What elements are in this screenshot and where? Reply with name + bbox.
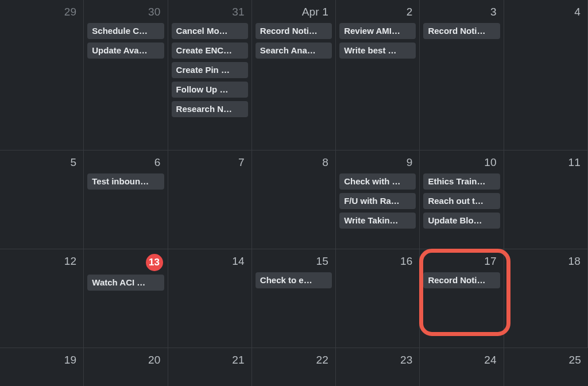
event-list: Schedule C…Update Ava… (87, 23, 164, 59)
calendar-event[interactable]: Write best … (339, 43, 416, 59)
day-number: 6 (87, 154, 164, 172)
day-cell[interactable]: Apr 1Record Noti…Search Ana… (252, 0, 336, 150)
event-list: Ethics Train…Reach out t…Update Blo… (423, 173, 500, 229)
day-cell[interactable]: 8 (252, 150, 336, 249)
today-indicator: 13 (87, 253, 164, 273)
day-cell[interactable]: 17Record Noti… (420, 249, 504, 348)
day-cell[interactable]: 25 (504, 348, 588, 386)
day-cell[interactable]: 24 (420, 348, 504, 386)
day-cell[interactable]: 14 (168, 249, 252, 348)
day-number: 5 (3, 154, 80, 172)
calendar-event[interactable]: Record Noti… (256, 23, 332, 39)
today-badge: 13 (146, 254, 163, 271)
calendar-event[interactable]: Test inboun… (87, 173, 164, 190)
calendar-event[interactable]: Create ENC… (172, 43, 248, 59)
day-cell[interactable]: 11 (504, 150, 588, 249)
calendar-event[interactable]: Check with … (339, 173, 416, 190)
calendar-event[interactable]: Follow Up … (172, 82, 248, 98)
day-cell[interactable]: 29 (0, 0, 84, 150)
day-number: 31 (172, 3, 248, 22)
event-list: Cancel Mo…Create ENC…Create Pin …Follow … (172, 23, 248, 117)
day-number: Apr 1 (256, 3, 332, 22)
day-number: 23 (339, 352, 416, 370)
calendar-event[interactable]: Ethics Train… (423, 173, 500, 190)
day-cell[interactable]: 13Watch ACI … (84, 249, 168, 348)
calendar-event[interactable]: Update Ava… (87, 43, 164, 59)
calendar-event[interactable]: Update Blo… (423, 213, 500, 229)
day-cell[interactable]: 3Record Noti… (420, 0, 504, 150)
day-number: 11 (508, 154, 584, 172)
day-cell[interactable]: 6Test inboun… (84, 150, 168, 249)
day-number: 29 (3, 3, 80, 22)
day-cell[interactable]: 30Schedule C…Update Ava… (84, 0, 168, 150)
calendar-event[interactable]: Search Ana… (256, 43, 332, 59)
calendar-event[interactable]: Create Pin … (172, 62, 248, 78)
day-number: 8 (256, 154, 332, 172)
event-list: Record Noti…Search Ana… (256, 23, 332, 59)
day-cell[interactable]: 23 (336, 348, 420, 386)
day-cell[interactable]: 2Review AMI…Write best … (336, 0, 420, 150)
day-number: 4 (508, 3, 584, 22)
day-cell[interactable]: 7 (168, 150, 252, 249)
calendar-event[interactable]: F/U with Ra… (339, 193, 416, 209)
day-cell[interactable]: 22 (252, 348, 336, 386)
event-list: Record Noti… (423, 272, 500, 288)
day-number: 18 (508, 253, 584, 271)
calendar-event[interactable]: Watch ACI … (87, 275, 164, 291)
day-cell[interactable]: 12 (0, 249, 84, 348)
day-cell[interactable]: 5 (0, 150, 84, 249)
day-number: 9 (339, 154, 416, 172)
day-number: 21 (172, 352, 248, 370)
calendar-grid: 2930Schedule C…Update Ava…31Cancel Mo…Cr… (0, 0, 588, 386)
calendar-event[interactable]: Check to e… (256, 272, 332, 288)
day-number: 14 (172, 253, 248, 271)
day-number: 20 (87, 352, 164, 370)
calendar-event[interactable]: Record Noti… (423, 23, 500, 39)
day-number: 17 (423, 253, 500, 271)
calendar-event[interactable]: Review AMI… (339, 23, 416, 39)
event-list: Check to e… (256, 272, 332, 288)
day-cell[interactable]: 10Ethics Train…Reach out t…Update Blo… (420, 150, 504, 249)
calendar-event[interactable]: Write Takin… (339, 213, 416, 229)
day-number: 2 (339, 3, 416, 22)
event-list: Test inboun… (87, 173, 164, 190)
day-number: 19 (3, 352, 80, 370)
event-list: Record Noti… (423, 23, 500, 39)
day-number: 7 (172, 154, 248, 172)
day-number: 12 (3, 253, 80, 271)
event-list: Check with …F/U with Ra…Write Takin… (339, 173, 416, 229)
event-list: Watch ACI … (87, 275, 164, 291)
day-number: 15 (256, 253, 332, 271)
day-number: 24 (423, 352, 500, 370)
calendar-event[interactable]: Research N… (172, 101, 248, 117)
day-number: 25 (508, 352, 585, 370)
day-cell[interactable]: 9Check with …F/U with Ra…Write Takin… (336, 150, 420, 249)
day-cell[interactable]: 18 (504, 249, 588, 348)
day-number: 30 (87, 3, 164, 22)
calendar-event[interactable]: Cancel Mo… (172, 23, 248, 39)
day-cell[interactable]: 4 (504, 0, 588, 150)
day-cell[interactable]: 20 (84, 348, 168, 386)
calendar-event[interactable]: Record Noti… (423, 272, 500, 288)
day-number: 22 (256, 352, 332, 370)
calendar-event[interactable]: Reach out t… (423, 193, 500, 209)
day-cell[interactable]: 31Cancel Mo…Create ENC…Create Pin …Follo… (168, 0, 252, 150)
day-cell[interactable]: 21 (168, 348, 252, 386)
day-number: 10 (423, 154, 500, 172)
day-cell[interactable]: 16 (336, 249, 420, 348)
day-cell[interactable]: 15Check to e… (252, 249, 336, 348)
event-list: Review AMI…Write best … (339, 23, 416, 59)
day-cell[interactable]: 19 (0, 348, 84, 386)
day-number: 16 (339, 253, 416, 271)
calendar-event[interactable]: Schedule C… (87, 23, 164, 39)
day-number: 3 (423, 3, 500, 22)
